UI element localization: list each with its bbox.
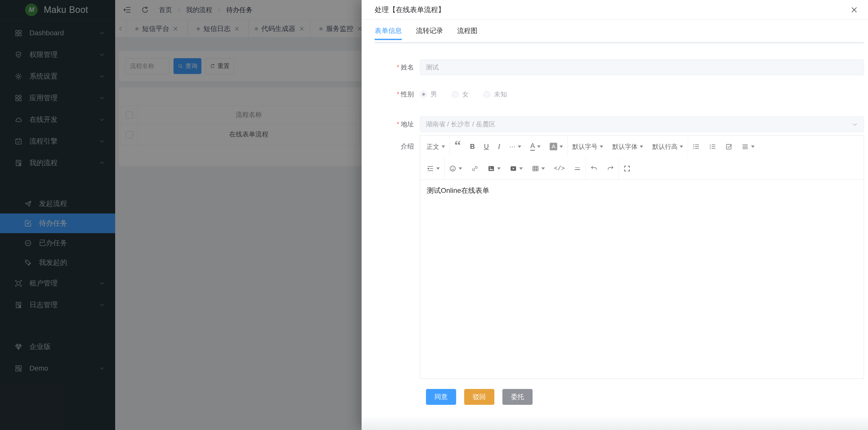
editor-indent-button[interactable] xyxy=(422,162,444,176)
caret-down-icon xyxy=(518,145,521,148)
caret-down-icon xyxy=(559,145,563,148)
radio-label: 女 xyxy=(462,90,469,99)
caret-down-icon xyxy=(441,145,445,148)
editor-fullscreen-button[interactable] xyxy=(619,162,635,176)
radio-unknown[interactable]: 未知 xyxy=(483,90,507,99)
name-field[interactable]: 测试 xyxy=(420,59,864,75)
editor-italic-button[interactable]: I xyxy=(493,140,505,153)
toolbar-item-label: </> xyxy=(554,165,565,172)
toolbar-item-label: U xyxy=(484,143,489,150)
toolbar-item-label: ··· xyxy=(509,143,516,150)
editor-insert-link-button[interactable] xyxy=(467,162,483,176)
editor-insert-image-button[interactable] xyxy=(483,162,505,176)
editor-redo-button[interactable] xyxy=(602,162,619,176)
editor-font-size-button[interactable]: 默认字号 xyxy=(568,140,608,153)
tab-flow-chart[interactable]: 流程图 xyxy=(457,26,477,39)
address-value: 湖南省 / 长沙市 / 岳麓区 xyxy=(426,120,495,128)
editor-line-height-button[interactable]: 默认行高 xyxy=(648,140,688,153)
font-color-icon: A xyxy=(530,143,535,151)
radio-label: 未知 xyxy=(494,90,507,99)
drawer-bottom-strip xyxy=(362,417,868,430)
caret-down-icon xyxy=(497,167,501,170)
redo-icon xyxy=(607,165,614,172)
caret-down-icon xyxy=(541,167,545,170)
ordered-list-icon: 123 xyxy=(709,143,716,150)
close-drawer-icon[interactable] xyxy=(850,6,858,13)
editor-font-family-button[interactable]: 默认字体 xyxy=(608,140,648,153)
modal-mask[interactable] xyxy=(0,0,362,430)
editor-paragraph-style-button[interactable]: 正文 xyxy=(422,140,450,153)
caret-down-icon xyxy=(436,167,440,170)
toolbar-group: 正文 xyxy=(422,136,450,157)
divider-icon xyxy=(574,165,581,172)
editor-bullet-list-button[interactable] xyxy=(688,140,704,153)
editor-undo-button[interactable] xyxy=(586,162,602,176)
editor-underline-button[interactable]: U xyxy=(479,140,494,153)
radio-male[interactable]: 男 xyxy=(420,90,437,99)
bg-color-icon: A xyxy=(550,143,557,150)
editor-font-color-button[interactable]: A xyxy=(526,140,545,153)
editor-divider-button[interactable] xyxy=(569,162,586,176)
toolbar-item-label: 正文 xyxy=(427,143,439,151)
toolbar-item-label: 默认字号 xyxy=(572,143,597,151)
process-form: 姓名 测试 性别 男 女 xyxy=(375,59,864,379)
name-label: 姓名 xyxy=(375,59,420,75)
video-icon xyxy=(510,165,517,172)
quote-icon: “ xyxy=(454,143,461,150)
table-icon xyxy=(532,165,539,172)
drawer-actions: 同意 驳回 委托 xyxy=(375,389,864,405)
tab-form-info[interactable]: 表单信息 xyxy=(375,26,402,39)
editor-bg-color-button[interactable]: A xyxy=(545,140,567,153)
process-drawer: 处理【在线表单流程】 表单信息 流转记录 流程图 姓名 测试 性别 男 xyxy=(362,0,868,430)
caret-down-icon xyxy=(519,167,523,170)
tabs-track xyxy=(375,42,864,43)
indent-icon xyxy=(427,165,434,172)
radio-female[interactable]: 女 xyxy=(452,90,469,99)
toolbar-item-label: 默认行高 xyxy=(652,143,677,151)
approve-button[interactable]: 同意 xyxy=(426,389,456,405)
editor-content[interactable]: 测试Online在线表单 xyxy=(420,180,864,379)
drawer-title: 处理【在线表单流程】 xyxy=(375,5,850,15)
address-select[interactable]: 湖南省 / 长沙市 / 岳麓区 xyxy=(420,116,864,132)
editor-insert-table-button[interactable] xyxy=(527,162,550,176)
drawer-tabs: 表单信息 流转记录 流程图 xyxy=(375,26,864,43)
editor-align-button[interactable] xyxy=(737,140,759,153)
svg-text:3: 3 xyxy=(710,147,711,149)
form-row-name: 姓名 测试 xyxy=(375,59,864,75)
delegate-button[interactable]: 委托 xyxy=(502,389,533,405)
toolbar-item-label: I xyxy=(498,143,500,150)
editor-more-styles-button[interactable]: ··· xyxy=(505,140,526,153)
caret-down-icon xyxy=(459,167,462,170)
editor-quote-button[interactable]: “ xyxy=(450,140,465,153)
caret-down-icon xyxy=(537,145,540,148)
radio-dot xyxy=(483,91,490,98)
toolbar-group: 123 xyxy=(688,136,759,157)
radio-dot xyxy=(420,91,427,98)
editor-todo-list-button[interactable] xyxy=(721,140,737,153)
toolbar-group xyxy=(586,157,619,179)
radio-label: 男 xyxy=(431,90,437,99)
form-row-intro: 介绍 正文“BUI···AA默认字号默认字体默认行高123 </> 测试Onli… xyxy=(375,135,864,379)
caret-down-icon xyxy=(600,145,603,148)
toolbar-group xyxy=(619,157,635,179)
image-icon xyxy=(488,165,495,172)
gender-label: 性别 xyxy=(375,86,420,102)
chevron-down-icon xyxy=(851,121,858,127)
align-icon xyxy=(742,143,749,150)
reject-button[interactable]: 驳回 xyxy=(464,389,494,405)
rich-text-editor: 正文“BUI···AA默认字号默认字体默认行高123 </> 测试Online在… xyxy=(420,135,864,379)
toolbar-group: </> xyxy=(444,157,586,179)
editor-ordered-list-button[interactable]: 123 xyxy=(704,140,721,153)
editor-code-block-button[interactable]: </> xyxy=(550,162,569,176)
toolbar-item-label: B xyxy=(470,143,475,150)
caret-down-icon xyxy=(640,145,643,148)
toolbar-group xyxy=(422,157,444,179)
toolbar-group: 默认字号默认字体默认行高 xyxy=(567,136,688,157)
toolbar-group: “BUI···AA xyxy=(450,136,567,157)
editor-emoji-button[interactable] xyxy=(444,162,467,176)
todo-icon xyxy=(725,143,733,150)
intro-label: 介绍 xyxy=(375,135,420,379)
tab-flow-records[interactable]: 流转记录 xyxy=(416,26,443,39)
editor-bold-button[interactable]: B xyxy=(465,140,479,153)
editor-insert-video-button[interactable] xyxy=(505,162,527,176)
